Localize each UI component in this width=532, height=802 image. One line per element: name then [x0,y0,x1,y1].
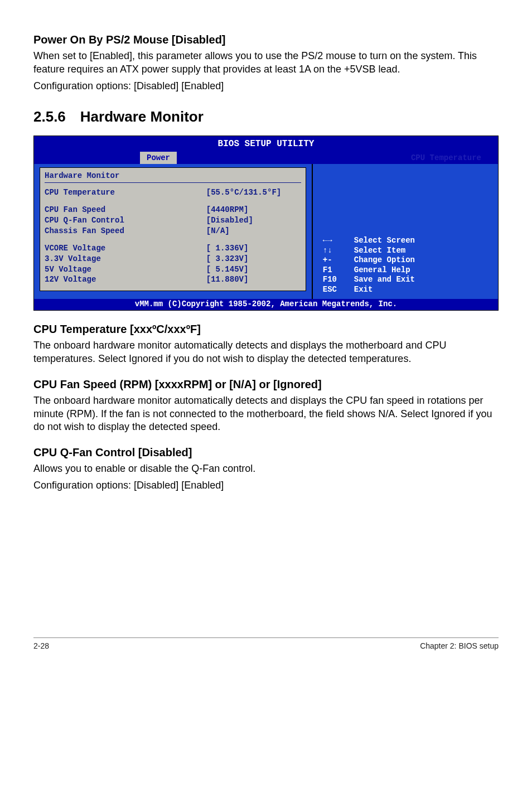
bios-row[interactable]: CPU Temperature [55.5°C/131.5°F] [45,187,301,198]
bios-tabs-row: Power CPU Temperature [34,152,498,164]
bios-row-label: Chassis Fan Speed [45,226,202,236]
bios-row[interactable]: Chassis Fan Speed [N/A] [45,226,301,236]
bios-row[interactable]: 3.3V Voltage [ 3.323V] [45,254,301,264]
bios-help-label: Select Screen [354,236,415,246]
bios-help-row: ←→ Select Screen [323,236,494,246]
bios-help-row: F10 Save and Exit [323,275,494,285]
heading-power-on: Power On By PS/2 Mouse [Disabled] [33,33,499,46]
bios-tab-power[interactable]: Power [140,152,177,164]
page-footer: 2-28 Chapter 2: BIOS setup [33,637,499,650]
bios-title: BIOS SETUP UTILITY [37,139,495,149]
bios-row-value: [11.880V] [206,274,301,285]
bios-hw-panel: Hardware Monitor CPU Temperature [55.5°C… [40,167,306,291]
bios-row-label: VCORE Voltage [45,243,202,254]
bios-row-label: 3.3V Voltage [45,254,202,264]
bios-group-3: VCORE Voltage [ 1.336V] 3.3V Voltage [ 3… [45,243,301,286]
heading-hardware-monitor: 2.5.6 Hardware Monitor [33,108,499,125]
bios-body: Hardware Monitor CPU Temperature [55.5°C… [34,164,498,299]
bios-help-key: +- [323,255,346,265]
bios-group-2: CPU Fan Speed [4440RPM] CPU Q-Fan Contro… [45,205,301,236]
bios-window: BIOS SETUP UTILITY Power CPU Temperature… [33,136,499,311]
power-on-para2: Configuration options: [Disabled] [Enabl… [33,80,499,93]
chapter-title: Chapter 2: BIOS setup [420,641,499,650]
bios-row-value: [55.5°C/131.5°F] [206,187,301,198]
bios-help-key: ←→ [323,236,346,246]
bios-help-label: Select Item [354,246,405,256]
bios-help-row: +- Change Option [323,255,494,265]
qfan-para1: Allows you to enable or disable the Q-Fa… [33,462,499,476]
heading-fan-speed: CPU Fan Speed (RPM) [xxxxRPM] or [N/A] o… [33,378,499,391]
bios-help-label: Exit [354,285,373,295]
bios-row-value: [ 1.336V] [206,243,301,254]
bios-row-label: CPU Fan Speed [45,205,202,215]
bios-row-value: [N/A] [206,226,301,236]
bios-help-key: ESC [323,285,346,295]
bios-group-1: CPU Temperature [55.5°C/131.5°F] [45,187,301,198]
bios-footer: vMM.mm (C)Copyright 1985-2002, American … [34,299,498,310]
qfan-para2: Configuration options: [Disabled] [Enabl… [33,479,499,492]
bios-row-label: CPU Q-Fan Control [45,215,202,226]
bios-right-panel: ←→ Select Screen ↑↓ Select Item +- Chang… [313,164,498,299]
bios-row-label: 12V Voltage [45,274,202,285]
bios-help-row: ESC Exit [323,285,494,295]
bios-row[interactable]: 12V Voltage [11.880V] [45,274,301,285]
page-number: 2-28 [33,641,49,650]
bios-left-panel: Hardware Monitor CPU Temperature [55.5°C… [34,164,313,299]
bios-row[interactable]: 5V Voltage [ 5.145V] [45,264,301,275]
bios-help-key: F10 [323,275,346,285]
bios-help-list: ←→ Select Screen ↑↓ Select Item +- Chang… [323,236,494,294]
bios-title-bar: BIOS SETUP UTILITY [34,136,498,152]
bios-row[interactable]: CPU Fan Speed [4440RPM] [45,205,301,215]
heading-qfan: CPU Q-Fan Control [Disabled] [33,446,499,459]
bios-row-value: [ 5.145V] [206,264,301,275]
bios-row-value: [ 3.323V] [206,254,301,264]
bios-help-label: Save and Exit [354,275,415,285]
bios-help-hint: CPU Temperature [411,152,498,164]
bios-help-row: F1 General Help [323,265,494,276]
bios-help-key: F1 [323,265,346,276]
bios-help-label: Change Option [354,255,415,265]
cpu-temp-para: The onboard hardware monitor automatical… [33,339,499,366]
bios-help-row: ↑↓ Select Item [323,246,494,256]
bios-row[interactable]: CPU Q-Fan Control [Disabled] [45,215,301,226]
heading-cpu-temp: CPU Temperature [xxxºC/xxxºF] [33,323,499,336]
power-on-para1: When set to [Enabled], this parameter al… [33,50,499,76]
bios-row-label: CPU Temperature [45,187,202,198]
bios-help-label: General Help [354,265,410,276]
bios-row-label: 5V Voltage [45,264,202,275]
bios-row[interactable]: VCORE Voltage [ 1.336V] [45,243,301,254]
bios-row-value: [4440RPM] [206,205,301,215]
bios-panel-title: Hardware Monitor [45,171,301,183]
fan-speed-para: The onboard hardware monitor automatical… [33,394,499,434]
bios-row-value: [Disabled] [206,215,301,226]
bios-help-key: ↑↓ [323,246,346,256]
